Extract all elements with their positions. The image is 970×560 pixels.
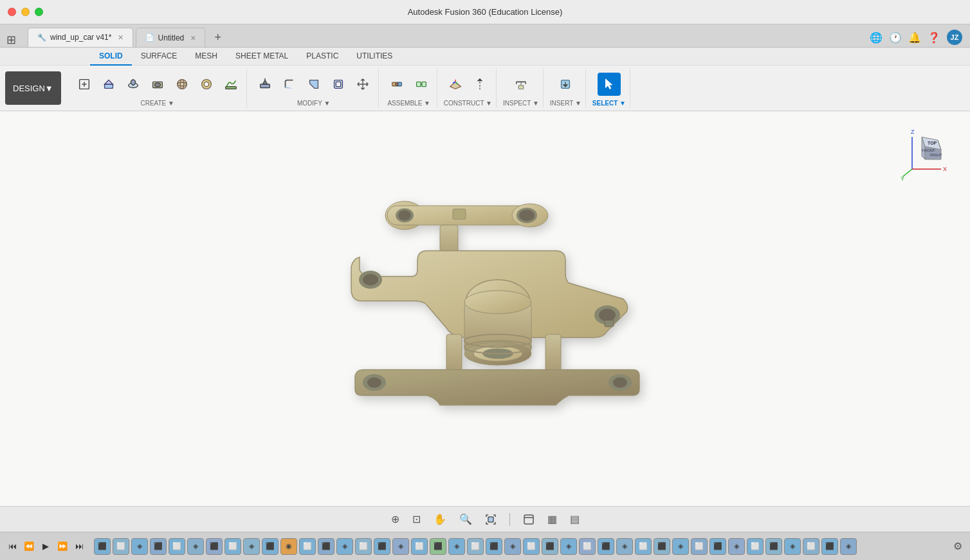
timeline-item[interactable]: ⬜ <box>635 538 652 555</box>
timeline-item[interactable]: ⬜ <box>803 538 819 555</box>
timeline-item[interactable]: ⬜ <box>523 538 540 555</box>
timeline-item[interactable]: ⬜ <box>355 538 372 555</box>
select-cursor-icon[interactable] <box>598 73 621 96</box>
construct-axis-icon[interactable] <box>468 73 491 96</box>
timeline-last-icon[interactable]: ⏭ <box>72 539 86 554</box>
tab-utilities[interactable]: UTILITIES <box>347 48 401 66</box>
tab-close-active[interactable]: × <box>118 33 123 42</box>
timeline-item[interactable]: ◈ <box>672 538 689 555</box>
timeline-item[interactable]: ⬛ <box>206 538 223 555</box>
create-revolve-icon[interactable] <box>122 73 145 96</box>
timeline-item[interactable]: ⬛ <box>430 538 446 555</box>
create-sphere-icon[interactable] <box>170 73 194 96</box>
minimize-button[interactable] <box>21 8 30 16</box>
timeline-item[interactable]: ◈ <box>243 538 260 555</box>
timeline-item[interactable]: ◉ <box>280 538 297 555</box>
timeline-item[interactable]: ⬜ <box>224 538 241 555</box>
timeline-item[interactable]: ◈ <box>840 538 857 555</box>
create-new-body-icon[interactable] <box>73 73 96 96</box>
timeline-item[interactable]: ⬛ <box>598 538 614 555</box>
timeline-settings-icon[interactable]: ⚙ <box>951 537 965 555</box>
bell-icon[interactable]: 🔔 <box>908 32 921 44</box>
modify-chamfer-icon[interactable] <box>302 73 325 96</box>
timeline-item[interactable]: ⬛ <box>318 538 334 555</box>
maximize-button[interactable] <box>35 8 43 16</box>
user-avatar[interactable]: JZ <box>947 30 962 45</box>
timeline-item[interactable]: ⬜ <box>467 538 484 555</box>
help-icon[interactable]: ❓ <box>928 32 940 44</box>
tab-close-untitled[interactable]: × <box>190 33 196 42</box>
timeline-item[interactable]: ◈ <box>784 538 801 555</box>
app-grid-icon[interactable]: ⊞ <box>0 33 23 47</box>
timeline-item[interactable]: ⬛ <box>821 538 838 555</box>
create-hole-icon[interactable] <box>146 73 169 96</box>
timeline-item[interactable]: ◈ <box>616 538 633 555</box>
timeline-item[interactable]: ⬜ <box>691 538 708 555</box>
timeline-play-icon[interactable]: ▶ <box>39 539 53 554</box>
grid-icon[interactable]: ▦ <box>545 510 560 528</box>
timeline-item[interactable]: ⬛ <box>709 538 726 555</box>
tab-plastic[interactable]: PLASTIC <box>297 48 347 66</box>
tab-untitled[interactable]: 📄 Untitled × <box>136 28 206 47</box>
timeline-item[interactable]: ◈ <box>728 538 745 555</box>
tab-active-file[interactable]: 🔧 wind_up_car v41* × <box>28 28 133 47</box>
design-dropdown[interactable]: DESIGN ▼ <box>5 71 61 105</box>
timeline-item[interactable]: ◈ <box>392 538 409 555</box>
look-at-icon[interactable]: ⊡ <box>410 510 423 528</box>
timeline-item[interactable]: ◈ <box>131 538 148 555</box>
create-pattern-icon[interactable] <box>195 73 218 96</box>
main-viewport[interactable]: Z X Y TOP FRONT RIGHT <box>0 111 970 506</box>
tab-sheetmetal[interactable]: SHEET METAL <box>226 48 297 66</box>
timeline-item[interactable]: ⬛ <box>542 538 558 555</box>
timeline-item[interactable]: ⬛ <box>654 538 670 555</box>
timeline-item[interactable]: ⬜ <box>747 538 764 555</box>
timeline-item[interactable]: ⬛ <box>262 538 279 555</box>
assemble-joint-icon[interactable] <box>385 73 408 96</box>
pan-icon[interactable]: ✋ <box>431 510 449 528</box>
svg-point-44 <box>398 210 411 221</box>
timeline-item[interactable]: ⬛ <box>94 538 111 555</box>
timeline-item[interactable]: ⬜ <box>169 538 185 555</box>
orientation-cube[interactable]: Z X Y TOP FRONT RIGHT <box>899 124 951 176</box>
modify-press-pull-icon[interactable] <box>253 73 277 96</box>
timeline-item[interactable]: ⬛ <box>486 538 502 555</box>
view-cube-icon[interactable]: ▤ <box>567 510 582 528</box>
modify-move-icon[interactable] <box>351 73 374 96</box>
zoom-fit-icon[interactable] <box>482 511 499 528</box>
timeline-first-icon[interactable]: ⏮ <box>5 539 19 554</box>
tab-solid[interactable]: SOLID <box>90 48 132 66</box>
insert-decal-icon[interactable] <box>554 73 577 96</box>
globe-icon[interactable]: 🌐 <box>870 32 883 44</box>
timeline-item[interactable]: ⬜ <box>411 538 428 555</box>
timeline-item[interactable]: ◈ <box>560 538 577 555</box>
timeline-item[interactable]: ◈ <box>448 538 465 555</box>
timeline-next-icon[interactable]: ⏩ <box>55 539 69 554</box>
timeline-item[interactable]: ⬜ <box>579 538 596 555</box>
modify-shell-icon[interactable] <box>327 73 350 96</box>
timeline-item[interactable]: ⬛ <box>765 538 782 555</box>
timeline-item[interactable]: ⬜ <box>113 538 129 555</box>
timeline-item[interactable]: ◈ <box>504 538 521 555</box>
create-extrude-icon[interactable] <box>97 73 120 96</box>
zoom-in-icon[interactable]: 🔍 <box>457 510 475 528</box>
close-button[interactable] <box>8 8 16 16</box>
timeline-prev-icon[interactable]: ⏪ <box>22 539 36 554</box>
assemble-rigid-group-icon[interactable] <box>410 73 433 96</box>
display-settings-icon[interactable] <box>520 511 537 528</box>
timeline-item[interactable]: ⬛ <box>374 538 390 555</box>
tab-surface[interactable]: SURFACE <box>132 48 187 66</box>
svg-point-62 <box>367 377 381 388</box>
clock-icon[interactable]: 🕐 <box>889 32 902 44</box>
tab-mesh[interactable]: MESH <box>186 48 226 66</box>
construct-plane-icon[interactable] <box>444 73 467 96</box>
new-tab-button[interactable]: + <box>209 28 226 47</box>
timeline-item[interactable]: ◈ <box>187 538 204 555</box>
timeline-item[interactable]: ◈ <box>336 538 353 555</box>
create-freeform-icon[interactable] <box>219 73 243 96</box>
timeline-items: ⬛ ⬜ ◈ ⬛ ⬜ ◈ ⬛ ⬜ ◈ ⬛ ◉ ⬜ ⬛ ◈ ⬜ ⬛ ◈ ⬜ ⬛ ◈ … <box>94 538 947 555</box>
inspect-measure-icon[interactable] <box>509 73 533 96</box>
modify-fillet-icon[interactable] <box>278 73 301 96</box>
timeline-item[interactable]: ⬛ <box>150 538 167 555</box>
timeline-item[interactable]: ⬜ <box>299 538 316 555</box>
orbit-icon[interactable]: ⊕ <box>389 510 402 528</box>
